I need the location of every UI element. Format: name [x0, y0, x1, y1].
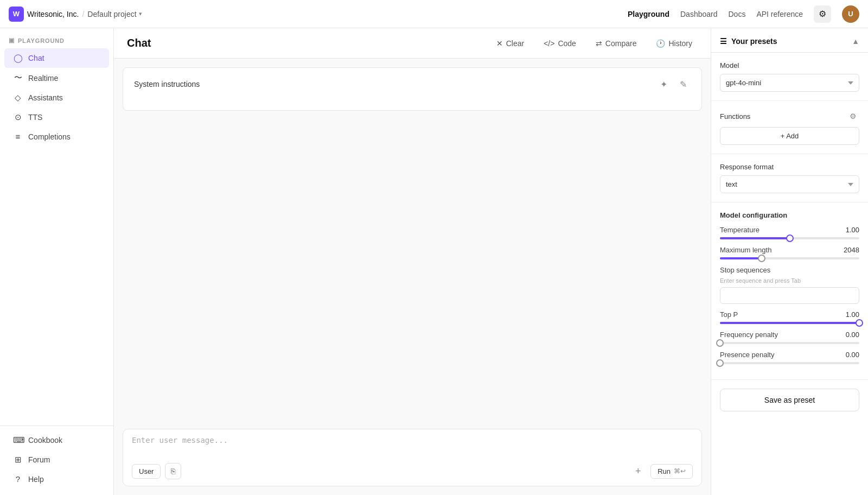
top-p-label: Top P — [720, 310, 738, 319]
history-icon: 🕐 — [656, 39, 665, 48]
functions-gear-icon[interactable]: ⚙ — [846, 110, 859, 123]
app-body: ▣ PLAYGROUND ◯ Chat 〜 Realtime ◇ Assista… — [0, 28, 868, 495]
functions-label: Functions — [720, 112, 750, 120]
freq-penalty-slider-thumb[interactable] — [716, 339, 724, 347]
presets-header: ☰ Your presets ▲ — [711, 28, 868, 53]
temperature-slider-thumb[interactable] — [786, 234, 794, 242]
top-navigation: W Writesonic, Inc. / Default project ▾ P… — [0, 0, 868, 28]
stop-sequences-row: Stop sequences — [720, 266, 859, 274]
freq-penalty-slider-track[interactable] — [720, 342, 859, 344]
page-title: Chat — [127, 37, 482, 49]
run-shortcut: ⌘↩ — [674, 467, 686, 475]
avatar[interactable]: U — [842, 5, 859, 23]
presets-title: ☰ Your presets — [720, 37, 777, 46]
realtime-icon: 〜 — [13, 73, 23, 83]
nav-docs[interactable]: Docs — [728, 10, 745, 18]
system-instructions-area: System instructions ✦ ✎ — [123, 67, 702, 111]
nav-playground[interactable]: Playground — [628, 10, 669, 18]
presets-chevron-icon[interactable]: ▲ — [852, 37, 859, 46]
max-length-slider-fill — [720, 257, 762, 259]
sidebar-section-label: ▣ PLAYGROUND — [0, 35, 113, 48]
nav-api-reference[interactable]: API reference — [756, 10, 803, 18]
history-button[interactable]: 🕐 History — [650, 36, 698, 51]
response-format-section: Response format textjson_object — [711, 154, 868, 202]
chat-icon: ◯ — [13, 53, 23, 63]
model-select[interactable]: gpt-4o-minigpt-4ogpt-3.5-turbo — [720, 74, 859, 92]
presets-icon: ☰ — [720, 37, 727, 46]
sparkle-icon[interactable]: ✦ — [656, 77, 671, 92]
sidebar-item-completions[interactable]: ≡ Completions — [4, 127, 109, 146]
stop-sequences-input[interactable] — [720, 287, 859, 304]
freq-penalty-value: 0.00 — [846, 331, 859, 339]
sidebar: ▣ PLAYGROUND ◯ Chat 〜 Realtime ◇ Assista… — [0, 28, 114, 495]
project-name[interactable]: Default project ▾ — [87, 10, 142, 18]
input-footer: User ⎘ + Run ⌘↩ — [132, 463, 693, 479]
freq-penalty-label: Frequency penalty — [720, 331, 778, 339]
project-chevron-icon: ▾ — [139, 10, 142, 17]
sidebar-bottom: ⌨ Cookbook ⊞ Forum ? Help — [0, 426, 113, 488]
add-message-button[interactable]: + — [630, 463, 646, 479]
max-length-label: Maximum length — [720, 246, 771, 254]
compare-button[interactable]: ⇄ Compare — [590, 36, 642, 51]
top-p-slider-fill — [720, 322, 859, 324]
code-icon: </> — [544, 39, 554, 48]
topnav-right: Playground Dashboard Docs API reference … — [628, 5, 859, 23]
code-button[interactable]: </> Code — [538, 36, 582, 51]
stop-seq-hint: Enter sequence and press Tab — [720, 277, 859, 284]
temperature-value: 1.00 — [846, 226, 859, 234]
temperature-row: Temperature 1.00 — [720, 226, 859, 234]
cookbook-icon: ⌨ — [13, 435, 23, 445]
freq-penalty-row: Frequency penalty 0.00 — [720, 331, 859, 339]
copy-icon-button[interactable]: ⎘ — [165, 463, 181, 479]
response-format-select[interactable]: textjson_object — [720, 175, 859, 193]
settings-icon-btn[interactable]: ⚙ — [814, 5, 831, 23]
chat-content: System instructions ✦ ✎ User ⎘ — [114, 59, 711, 495]
sidebar-item-chat[interactable]: ◯ Chat — [4, 48, 109, 68]
sidebar-item-forum[interactable]: ⊞ Forum — [4, 450, 109, 469]
compare-icon: ⇄ — [596, 39, 602, 48]
max-length-slider-track[interactable] — [720, 257, 859, 259]
nav-dashboard[interactable]: Dashboard — [680, 10, 718, 18]
sidebar-item-realtime[interactable]: 〜 Realtime — [4, 68, 109, 88]
message-input[interactable] — [132, 436, 693, 455]
model-config-label: Model configuration — [720, 211, 859, 219]
run-button[interactable]: Run ⌘↩ — [650, 464, 693, 479]
right-panel: ☰ Your presets ▲ Model gpt-4o-minigpt-4o… — [711, 28, 868, 495]
max-length-value: 2048 — [844, 246, 859, 254]
input-footer-left: User ⎘ — [132, 463, 181, 479]
functions-header: Functions ⚙ — [720, 110, 859, 123]
temperature-label: Temperature — [720, 226, 760, 234]
input-area: User ⎘ + Run ⌘↩ — [123, 429, 702, 486]
top-p-slider-track[interactable] — [720, 322, 859, 324]
clear-icon: ✕ — [496, 39, 503, 48]
sidebar-item-cookbook[interactable]: ⌨ Cookbook — [4, 430, 109, 450]
assistants-icon: ◇ — [13, 93, 23, 103]
response-format-label: Response format — [720, 163, 859, 171]
sidebar-item-assistants[interactable]: ◇ Assistants — [4, 88, 109, 107]
clear-button[interactable]: ✕ Clear — [491, 36, 529, 51]
system-instructions-icons: ✦ ✎ — [656, 77, 691, 92]
stop-sequences-label: Stop sequences — [720, 266, 770, 274]
user-role-button[interactable]: User — [132, 464, 161, 479]
presence-penalty-row: Presence penalty 0.00 — [720, 351, 859, 359]
temperature-slider-track[interactable] — [720, 237, 859, 239]
max-length-row: Maximum length 2048 — [720, 246, 859, 254]
presence-penalty-slider-thumb[interactable] — [716, 359, 724, 367]
top-p-value: 1.00 — [846, 310, 859, 319]
sidebar-item-help[interactable]: ? Help — [4, 469, 109, 488]
main-header: Chat ✕ Clear </> Code ⇄ Compare 🕐 Histor… — [114, 28, 711, 59]
edit-icon[interactable]: ✎ — [675, 77, 691, 92]
presence-penalty-value: 0.00 — [846, 351, 859, 359]
messages-area — [114, 119, 711, 429]
max-length-slider-thumb[interactable] — [758, 255, 765, 262]
brand-logo: W — [9, 7, 24, 22]
add-function-button[interactable]: + Add — [720, 127, 859, 145]
save-preset-button[interactable]: Save as preset — [720, 389, 859, 411]
top-p-slider-thumb[interactable] — [856, 319, 863, 327]
presence-penalty-slider-track[interactable] — [720, 362, 859, 364]
main-area: Chat ✕ Clear </> Code ⇄ Compare 🕐 Histor… — [114, 28, 711, 495]
sidebar-item-tts[interactable]: ⊙ TTS — [4, 107, 109, 127]
system-instructions-label: System instructions — [134, 80, 200, 88]
completions-icon: ≡ — [13, 132, 23, 141]
topnav-separator: / — [82, 10, 84, 18]
